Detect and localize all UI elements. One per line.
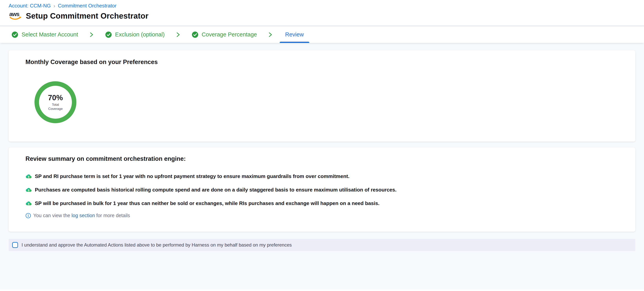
list-item: $ SP will be purchased in bulk for 1 yea… <box>26 200 636 206</box>
step-label: Review <box>285 31 304 38</box>
coverage-card-title: Monthly Coverage based on your Preferenc… <box>26 58 636 66</box>
review-bullet-list: $ SP and RI purchase term is set for 1 y… <box>26 173 636 206</box>
step-review-active-tab[interactable]: Review <box>284 26 305 43</box>
breadcrumb-current-link[interactable]: Commitment Orchestrator <box>58 3 116 9</box>
chevron-right-icon <box>176 31 181 38</box>
note-text: You can view the log section for more de… <box>33 213 130 218</box>
chevron-right-icon <box>89 31 94 38</box>
svg-text:$: $ <box>28 189 29 192</box>
aws-smile-swoosh <box>10 18 20 19</box>
cloud-dollar-icon: $ <box>26 187 32 193</box>
note-prefix: You can view the <box>33 213 72 218</box>
check-circle-icon <box>192 31 198 38</box>
donut-percent-value: 70% <box>48 94 63 102</box>
breadcrumb: Account: CCM-NG › Commitment Orchestrato… <box>8 3 644 9</box>
donut-caption-line1: Total <box>52 102 59 107</box>
main-content: Monthly Coverage based on your Preferenc… <box>0 50 644 232</box>
step-label: Exclusion (optional) <box>115 31 165 38</box>
step-label: Select Master Account <box>22 31 78 38</box>
step-select-master-account[interactable]: Select Master Account <box>12 26 78 43</box>
review-summary-card: Review summary on commitment orchestrati… <box>8 148 636 232</box>
review-bullet-text: Purchases are computed basis historical … <box>35 187 396 193</box>
check-circle-icon <box>12 31 18 38</box>
cloud-dollar-icon: $ <box>26 174 32 179</box>
donut-caption-line2: Coverage <box>48 107 63 111</box>
list-item: $ Purchases are computed basis historica… <box>26 187 636 193</box>
page-header: Account: CCM-NG › Commitment Orchestrato… <box>0 0 644 26</box>
info-icon <box>26 213 31 218</box>
review-bullet-text: SP and RI purchase term is set for 1 yea… <box>35 173 350 180</box>
list-item: $ SP and RI purchase term is set for 1 y… <box>26 173 636 180</box>
check-circle-icon <box>105 31 112 38</box>
review-bullet-text: SP will be purchased in bulk for 1 year … <box>35 200 380 206</box>
note-suffix: for more details <box>95 213 130 218</box>
bottom-strip <box>0 290 644 291</box>
step-exclusion[interactable]: Exclusion (optional) <box>105 26 165 43</box>
step-label: Coverage Percentage <box>202 31 257 38</box>
approval-checkbox-label[interactable]: I understand and approve the Automated A… <box>22 242 292 248</box>
log-section-link[interactable]: log section <box>72 213 95 218</box>
svg-text:$: $ <box>28 202 29 205</box>
page-title: Setup Commitment Orchestrator <box>26 12 148 20</box>
review-card-title: Review summary on commitment orchestrati… <box>26 155 636 162</box>
monthly-coverage-card: Monthly Coverage based on your Preferenc… <box>8 50 636 142</box>
chevron-right-icon: › <box>54 3 55 9</box>
cloud-dollar-icon: $ <box>26 200 32 206</box>
aws-logo-text: aws <box>9 11 20 17</box>
setup-stepper: Select Master Account Exclusion (optiona… <box>0 26 644 43</box>
step-coverage-percentage[interactable]: Coverage Percentage <box>192 26 257 43</box>
log-section-note: You can view the log section for more de… <box>26 213 636 218</box>
svg-text:$: $ <box>28 176 29 178</box>
aws-smile-arrowhead <box>20 16 22 18</box>
approval-checkbox[interactable] <box>12 242 18 248</box>
approval-bar: I understand and approve the Automated A… <box>8 239 636 251</box>
title-row: aws Setup Commitment Orchestrator <box>8 10 644 21</box>
total-coverage-donut-chart: 70% Total Coverage <box>34 81 76 123</box>
chevron-right-icon <box>268 31 273 38</box>
breadcrumb-account-link[interactable]: Account: CCM-NG <box>8 3 51 9</box>
aws-logo-icon: aws <box>8 10 22 21</box>
